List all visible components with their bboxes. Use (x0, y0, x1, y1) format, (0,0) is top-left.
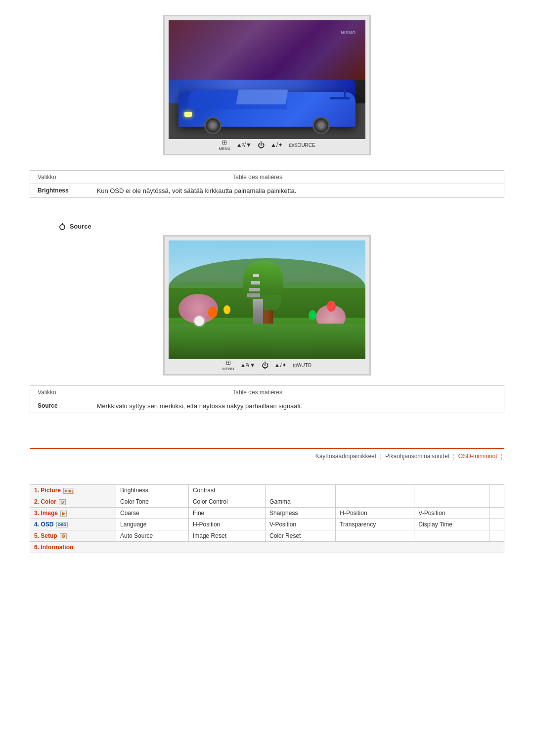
row1-header: 1. Picture img (30, 485, 116, 496)
row2-cell5 (414, 496, 490, 508)
monitor2-frame: ⊞ MENU ▲²/▼ ⏻ ▲/✦ ⊡/AUTO (163, 235, 371, 376)
table-row: 3. Image ▶ Coarse Fine Sharpness H-Posit… (30, 508, 504, 519)
row4-cell4[interactable]: Transparency (336, 519, 414, 530)
row4-cell2[interactable]: H-Position (188, 519, 265, 530)
row2-label: 2. Color (34, 498, 58, 505)
row5-icon: ⚙ (60, 533, 67, 539)
nav-link-2[interactable]: Pikaohjausominaisuudet (385, 453, 449, 460)
ctrl-menu-2[interactable]: ⊞ MENU (222, 359, 234, 371)
row3-label: 3. Image (34, 510, 59, 517)
brightness-table: Valikko Table des matières Brightness Ku… (30, 170, 504, 198)
row3-cell1[interactable]: Coarse (116, 508, 189, 519)
row2-cell4 (336, 496, 414, 508)
row4-cell5[interactable]: Display Time (414, 519, 490, 530)
power-symbol-1: ⏻ (258, 141, 265, 149)
page-container: NISMO ⊞ MENU ▲²/▼ ⏻ ▲/✦ ⊡/SOU (0, 0, 534, 568)
row1-cell5 (414, 485, 490, 496)
row1-cell3 (266, 485, 336, 496)
row4-icon: OSD (56, 522, 68, 527)
ctrl-source-1[interactable]: ⊡/SOURCE (289, 142, 315, 148)
row3-header: 3. Image ▶ (30, 508, 116, 519)
brightness-symbol-2: ▲²/▼ (240, 362, 255, 369)
row5-cell5 (414, 530, 490, 542)
table1-brightness-desc: Kun OSD ei ole näytössä, voit säätää kir… (89, 184, 504, 198)
nav-link-1[interactable]: Käyttösäädinpainikkeet (315, 453, 376, 460)
row3-cell4[interactable]: H-Position (336, 508, 414, 519)
menu-symbol-2: ⊞ (226, 359, 231, 366)
monitor1-frame: NISMO ⊞ MENU ▲²/▼ ⏻ ▲/✦ ⊡/SOU (163, 15, 371, 155)
row3-cell5[interactable]: V-Position (414, 508, 490, 519)
nav-link-3[interactable]: OSD-toiminnot (458, 453, 497, 460)
row5-cell4 (336, 530, 414, 542)
row4-cell1[interactable]: Language (116, 519, 189, 530)
row3-cell2[interactable]: Fine (188, 508, 265, 519)
source-title: Source (59, 223, 504, 230)
row1-cell6 (489, 485, 504, 496)
row4-cell3[interactable]: V-Position (266, 519, 336, 530)
source-table: Valikko Table des matières Source Merkki… (30, 385, 504, 413)
table2-toc-header: Table des matières (89, 386, 426, 399)
row6-header: 6. Information (30, 542, 504, 553)
table2-desc-header (426, 386, 504, 399)
row5-cell6 (489, 530, 504, 542)
table-row: 5. Setup ⚙ Auto Source Image Reset Color… (30, 530, 504, 542)
brightness-symbol-1: ▲²/▼ (236, 142, 252, 148)
row4-label: 4. OSD (34, 521, 55, 528)
row5-header: 5. Setup ⚙ (30, 530, 116, 542)
ctrl-auto-2[interactable]: ⊡/AUTO (293, 363, 312, 368)
nav-symbol-2: ▲/✦ (274, 362, 287, 369)
row5-label: 5. Setup (34, 532, 59, 539)
ctrl-brightness-2[interactable]: ▲²/▼ (240, 362, 255, 369)
table-row: 2. Color ⊙ Color Tone Color Control Gamm… (30, 496, 504, 508)
row1-cell1[interactable]: Brightness (116, 485, 189, 496)
ctrl-power-2[interactable]: ⏻ (262, 361, 268, 369)
ctrl-power-1[interactable]: ⏻ (258, 141, 265, 149)
row2-cell2[interactable]: Color Control (188, 496, 265, 508)
table2-menu-header: Valikko (30, 386, 89, 399)
monitor1-controls: ⊞ MENU ▲²/▼ ⏻ ▲/✦ ⊡/SOURCE (165, 139, 369, 151)
row5-cell1[interactable]: Auto Source (116, 530, 189, 542)
table1-brightness-label: Brightness (30, 184, 89, 198)
monitor1-screen: NISMO (169, 20, 365, 139)
monitor2-controls: ⊞ MENU ▲²/▼ ⏻ ▲/✦ ⊡/AUTO (165, 359, 369, 371)
row4-header: 4. OSD OSD (30, 519, 116, 530)
nav-sep-2: ¦ (453, 453, 454, 460)
monitor2-screen (169, 240, 365, 359)
ctrl-brightness-1[interactable]: ▲²/▼ (236, 142, 252, 148)
table-row: 4. OSD OSD Language H-Position V-Positio… (30, 519, 504, 530)
row2-cell3[interactable]: Gamma (266, 496, 336, 508)
row1-label: 1. Picture (34, 487, 62, 494)
row2-cell6 (489, 496, 504, 508)
row1-cell2[interactable]: Contrast (188, 485, 265, 496)
source-icon (59, 224, 65, 230)
row2-cell1[interactable]: Color Tone (116, 496, 189, 508)
row1-icon: img (63, 488, 74, 494)
row1-cell4 (336, 485, 414, 496)
row5-cell2[interactable]: Image Reset (188, 530, 265, 542)
ctrl-nav-2[interactable]: ▲/✦ (274, 362, 287, 369)
car-image: NISMO (169, 20, 365, 139)
row3-icon: ▶ (60, 511, 67, 517)
menu-label-2: MENU (222, 367, 234, 371)
row3-cell6 (489, 508, 504, 519)
row3-cell3[interactable]: Sharpness (266, 508, 336, 519)
table-row: 6. Information (30, 542, 504, 553)
monitor1-wrapper: NISMO ⊞ MENU ▲²/▼ ⏻ ▲/✦ ⊡/SOU (30, 15, 504, 155)
row2-header: 2. Color ⊙ (30, 496, 116, 508)
row4-cell6 (489, 519, 504, 530)
table2-source-label: Source (30, 399, 89, 413)
garden-image (169, 240, 365, 359)
menu-label-1: MENU (219, 146, 230, 151)
source-symbol-1: ⊡/SOURCE (289, 142, 315, 148)
table2-source-desc: Merkkivalo syttyy sen merkiksi, että näy… (89, 399, 504, 413)
table1-desc-header (426, 171, 504, 184)
menu-grid-table: 1. Picture img Brightness Contrast 2. Co… (30, 484, 504, 553)
row2-icon: ⊙ (59, 499, 66, 505)
source-section: Source (30, 223, 504, 376)
row5-cell3[interactable]: Color Reset (266, 530, 336, 542)
nav-symbol-1: ▲/✦ (270, 142, 283, 148)
table1-menu-header: Valikko (30, 171, 89, 184)
ctrl-menu-1[interactable]: ⊞ MENU (219, 139, 230, 151)
table1-toc-header: Table des matières (89, 171, 426, 184)
ctrl-nav-1[interactable]: ▲/✦ (270, 142, 283, 148)
